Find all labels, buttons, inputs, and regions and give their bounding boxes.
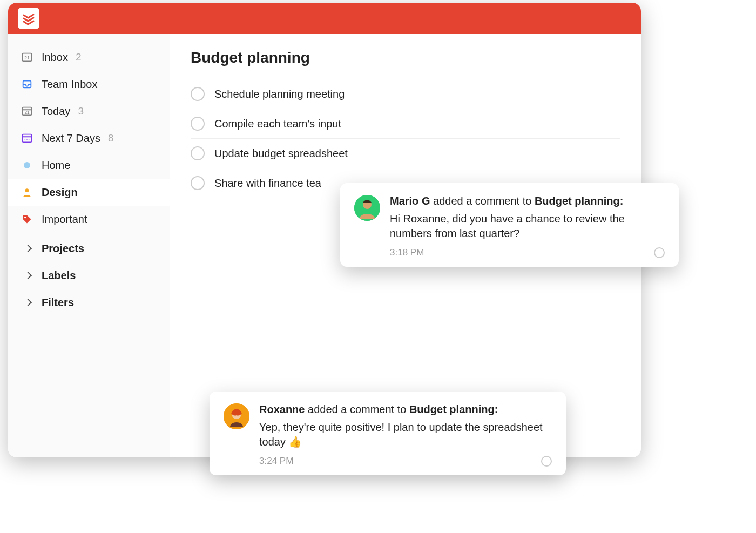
sidebar-section-label: Labels [42,269,76,282]
task-checkbox[interactable] [191,176,205,190]
sidebar-item-team-inbox[interactable]: Team Inbox [8,71,170,98]
sidebar-item-next-7-days[interactable]: Next 7 Days 8 [8,125,170,152]
chevron-right-icon [20,241,34,255]
sidebar-item-count: 8 [108,132,114,144]
svg-point-12 [24,217,26,218]
chevron-right-icon [20,268,34,282]
svg-text:21: 21 [24,55,30,60]
sidebar-section-filters[interactable]: Filters [8,289,170,316]
notification-target: Budget planning: [409,403,498,415]
avatar [354,195,380,221]
notification-body: Mario G added a comment to Budget planni… [390,195,665,258]
notification-time: 3:24 PM [259,456,293,467]
team-inbox-icon [20,77,34,91]
avatar [224,403,249,429]
notification-footer: 3:18 PM [390,247,665,258]
sidebar-section-projects[interactable]: Projects [8,235,170,262]
chevron-right-icon [20,295,34,309]
task-row[interactable]: Compile each team's input [191,109,620,139]
task-row[interactable]: Schedule planning meeting [191,79,620,109]
notification-author: Mario G [390,195,430,207]
sidebar-item-label: Today [42,105,70,118]
svg-point-8 [24,139,25,140]
notification-footer: 3:24 PM [259,456,552,467]
task-checkbox[interactable] [191,87,205,101]
today-icon: 21 [20,104,34,118]
notification-card[interactable]: Roxanne added a comment to Budget planni… [210,392,566,475]
notification-message: Yep, they're quite positive! I plan to u… [259,420,552,449]
person-icon [20,185,34,199]
notification-card[interactable]: Mario G added a comment to Budget planni… [340,183,679,267]
notification-action: added a comment to [305,403,409,415]
notification-action: added a comment to [430,195,534,207]
task-label: Share with finance tea [214,177,321,190]
sidebar-section-labels[interactable]: Labels [8,262,170,289]
task-label: Schedule planning meeting [214,88,345,100]
notification-author: Roxanne [259,403,305,415]
sidebar-item-home[interactable]: Home [8,152,170,179]
notification-title: Mario G added a comment to Budget planni… [390,195,665,207]
notification-target: Budget planning: [535,195,623,207]
sidebar-item-today[interactable]: 21 Today 3 [8,98,170,125]
task-label: Update budget spreadsheet [214,147,348,160]
notification-time: 3:18 PM [390,247,424,258]
task-label: Compile each team's input [214,118,341,130]
svg-rect-6 [23,134,32,143]
sidebar-item-count: 3 [78,105,84,117]
svg-point-10 [29,139,30,140]
sidebar-item-label: Important [42,213,87,226]
sidebar-section-label: Projects [42,242,84,255]
sidebar-item-label: Inbox [42,51,68,64]
sidebar-item-design[interactable]: Design [8,179,170,206]
app-logo[interactable] [18,8,39,29]
sidebar-section-label: Filters [42,296,74,309]
svg-point-11 [25,188,29,192]
sidebar-item-inbox[interactable]: 21 Inbox 2 [8,44,170,71]
task-row[interactable]: Update budget spreadsheet [191,139,620,168]
task-checkbox[interactable] [191,117,205,131]
sidebar-item-label: Team Inbox [42,78,97,91]
notification-title: Roxanne added a comment to Budget planni… [259,403,552,416]
svg-text:21: 21 [24,110,30,115]
sidebar-item-label: Design [42,186,78,199]
mark-read-circle[interactable] [541,456,552,467]
sidebar-item-label: Home [42,159,70,172]
task-checkbox[interactable] [191,146,205,160]
inbox-icon: 21 [20,50,34,64]
mark-read-circle[interactable] [654,247,665,258]
next-7-days-icon [20,131,34,145]
notification-message: Hi Roxanne, did you have a chance to rev… [390,212,665,241]
svg-point-9 [26,139,28,140]
sidebar-item-important[interactable]: Important [8,206,170,233]
sidebar-item-count: 2 [76,51,82,63]
sidebar-item-label: Next 7 Days [42,132,100,145]
notification-body: Roxanne added a comment to Budget planni… [259,403,552,467]
top-bar [8,3,641,34]
tag-icon [20,212,34,226]
todoist-logo-icon [22,12,35,25]
sidebar: 21 Inbox 2 Team Inbox 21 Today 3 [8,34,170,457]
dot-icon [20,158,34,172]
page-title: Budget planning [191,49,620,66]
